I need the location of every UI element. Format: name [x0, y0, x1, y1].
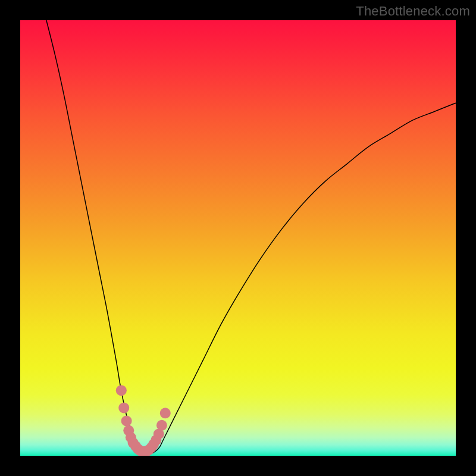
marker-point [121, 415, 132, 426]
plot-area [20, 20, 456, 456]
watermark-text: TheBottleneck.com [356, 4, 470, 19]
marker-point [118, 402, 129, 413]
chart-svg [20, 20, 456, 456]
chart-frame: TheBottleneck.com [0, 0, 476, 476]
marker-point [156, 420, 167, 431]
marker-point [160, 408, 171, 418]
marker-point [116, 385, 127, 396]
curve-path [46, 20, 456, 454]
